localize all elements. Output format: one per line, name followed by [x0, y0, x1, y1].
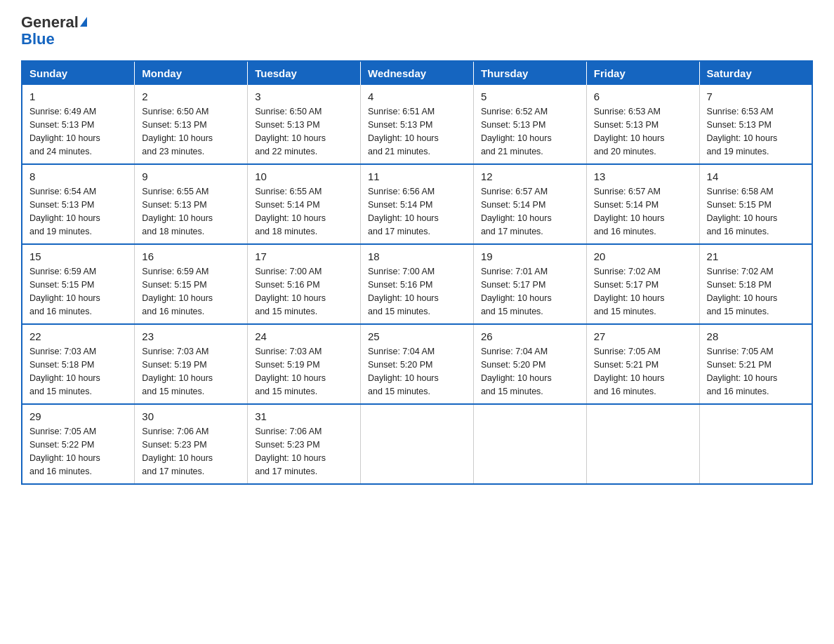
day-of-week-header: Monday — [135, 61, 248, 85]
day-of-week-header: Wednesday — [361, 61, 474, 85]
calendar-week-row: 15 Sunrise: 6:59 AM Sunset: 5:15 PM Dayl… — [22, 244, 812, 324]
calendar-week-row: 8 Sunrise: 6:54 AM Sunset: 5:13 PM Dayli… — [22, 164, 812, 244]
day-number: 24 — [255, 330, 353, 342]
calendar-header: SundayMondayTuesdayWednesdayThursdayFrid… — [22, 61, 812, 85]
calendar-day-cell: 11 Sunrise: 6:56 AM Sunset: 5:14 PM Dayl… — [361, 164, 474, 244]
logo: General Blue — [21, 14, 87, 48]
day-info: Sunrise: 6:55 AM Sunset: 5:14 PM Dayligh… — [255, 185, 353, 238]
day-info: Sunrise: 7:01 AM Sunset: 5:17 PM Dayligh… — [481, 265, 579, 318]
calendar-day-cell: 5 Sunrise: 6:52 AM Sunset: 5:13 PM Dayli… — [473, 85, 586, 164]
day-number: 16 — [142, 250, 240, 262]
day-of-week-header: Sunday — [22, 61, 135, 85]
calendar-day-cell: 29 Sunrise: 7:05 AM Sunset: 5:22 PM Dayl… — [22, 404, 135, 484]
day-info: Sunrise: 7:03 AM Sunset: 5:19 PM Dayligh… — [255, 345, 353, 398]
day-number: 9 — [142, 170, 240, 182]
day-number: 2 — [142, 90, 240, 102]
day-of-week-header: Thursday — [473, 61, 586, 85]
day-number: 27 — [594, 330, 692, 342]
day-number: 14 — [707, 170, 805, 182]
day-number: 25 — [368, 330, 466, 342]
calendar-day-cell: 13 Sunrise: 6:57 AM Sunset: 5:14 PM Dayl… — [586, 164, 699, 244]
calendar-day-cell: 7 Sunrise: 6:53 AM Sunset: 5:13 PM Dayli… — [699, 85, 812, 164]
day-info: Sunrise: 7:05 AM Sunset: 5:21 PM Dayligh… — [594, 345, 692, 398]
day-number: 18 — [368, 250, 466, 262]
day-of-week-header: Tuesday — [248, 61, 361, 85]
day-info: Sunrise: 6:55 AM Sunset: 5:13 PM Dayligh… — [142, 185, 240, 238]
day-number: 22 — [29, 330, 127, 342]
day-info: Sunrise: 6:50 AM Sunset: 5:13 PM Dayligh… — [255, 105, 353, 158]
page-header: General Blue — [21, 14, 813, 48]
day-number: 17 — [255, 250, 353, 262]
day-info: Sunrise: 6:56 AM Sunset: 5:14 PM Dayligh… — [368, 185, 466, 238]
calendar-day-cell: 4 Sunrise: 6:51 AM Sunset: 5:13 PM Dayli… — [361, 85, 474, 164]
calendar-day-cell: 26 Sunrise: 7:04 AM Sunset: 5:20 PM Dayl… — [473, 324, 586, 404]
calendar-day-cell — [473, 404, 586, 484]
calendar-day-cell: 8 Sunrise: 6:54 AM Sunset: 5:13 PM Dayli… — [22, 164, 135, 244]
day-info: Sunrise: 6:54 AM Sunset: 5:13 PM Dayligh… — [29, 185, 127, 238]
calendar-day-cell: 1 Sunrise: 6:49 AM Sunset: 5:13 PM Dayli… — [22, 85, 135, 164]
day-number: 8 — [29, 170, 127, 182]
day-info: Sunrise: 6:59 AM Sunset: 5:15 PM Dayligh… — [142, 265, 240, 318]
day-info: Sunrise: 6:53 AM Sunset: 5:13 PM Dayligh… — [707, 105, 805, 158]
day-number: 29 — [29, 410, 127, 422]
calendar-day-cell — [361, 404, 474, 484]
day-info: Sunrise: 6:51 AM Sunset: 5:13 PM Dayligh… — [368, 105, 466, 158]
day-info: Sunrise: 6:57 AM Sunset: 5:14 PM Dayligh… — [481, 185, 579, 238]
calendar-day-cell: 14 Sunrise: 6:58 AM Sunset: 5:15 PM Dayl… — [699, 164, 812, 244]
day-number: 5 — [481, 90, 579, 102]
logo-general: General — [21, 13, 79, 31]
day-info: Sunrise: 6:59 AM Sunset: 5:15 PM Dayligh… — [29, 265, 127, 318]
day-number: 23 — [142, 330, 240, 342]
day-number: 15 — [29, 250, 127, 262]
day-info: Sunrise: 7:06 AM Sunset: 5:23 PM Dayligh… — [142, 425, 240, 478]
calendar-week-row: 1 Sunrise: 6:49 AM Sunset: 5:13 PM Dayli… — [22, 85, 812, 164]
day-info: Sunrise: 7:05 AM Sunset: 5:22 PM Dayligh… — [29, 425, 127, 478]
logo-triangle-icon — [80, 17, 87, 27]
day-number: 1 — [29, 90, 127, 102]
day-number: 4 — [368, 90, 466, 102]
calendar-day-cell: 24 Sunrise: 7:03 AM Sunset: 5:19 PM Dayl… — [248, 324, 361, 404]
day-number: 28 — [707, 330, 805, 342]
calendar-day-cell: 16 Sunrise: 6:59 AM Sunset: 5:15 PM Dayl… — [135, 244, 248, 324]
calendar-day-cell: 9 Sunrise: 6:55 AM Sunset: 5:13 PM Dayli… — [135, 164, 248, 244]
day-info: Sunrise: 7:03 AM Sunset: 5:18 PM Dayligh… — [29, 345, 127, 398]
day-info: Sunrise: 7:00 AM Sunset: 5:16 PM Dayligh… — [255, 265, 353, 318]
calendar-day-cell — [586, 404, 699, 484]
day-info: Sunrise: 6:50 AM Sunset: 5:13 PM Dayligh… — [142, 105, 240, 158]
calendar-day-cell: 19 Sunrise: 7:01 AM Sunset: 5:17 PM Dayl… — [473, 244, 586, 324]
day-info: Sunrise: 7:02 AM Sunset: 5:17 PM Dayligh… — [594, 265, 692, 318]
day-number: 12 — [481, 170, 579, 182]
calendar-day-cell: 18 Sunrise: 7:00 AM Sunset: 5:16 PM Dayl… — [361, 244, 474, 324]
calendar-day-cell: 6 Sunrise: 6:53 AM Sunset: 5:13 PM Dayli… — [586, 85, 699, 164]
calendar-week-row: 29 Sunrise: 7:05 AM Sunset: 5:22 PM Dayl… — [22, 404, 812, 484]
logo-blue: Blue — [21, 30, 55, 48]
day-number: 13 — [594, 170, 692, 182]
day-info: Sunrise: 6:57 AM Sunset: 5:14 PM Dayligh… — [594, 185, 692, 238]
calendar-day-cell: 17 Sunrise: 7:00 AM Sunset: 5:16 PM Dayl… — [248, 244, 361, 324]
days-of-week-row: SundayMondayTuesdayWednesdayThursdayFrid… — [22, 61, 812, 85]
day-number: 3 — [255, 90, 353, 102]
calendar-day-cell: 22 Sunrise: 7:03 AM Sunset: 5:18 PM Dayl… — [22, 324, 135, 404]
day-number: 26 — [481, 330, 579, 342]
day-info: Sunrise: 7:06 AM Sunset: 5:23 PM Dayligh… — [255, 425, 353, 478]
calendar-day-cell: 27 Sunrise: 7:05 AM Sunset: 5:21 PM Dayl… — [586, 324, 699, 404]
day-number: 21 — [707, 250, 805, 262]
day-number: 6 — [594, 90, 692, 102]
calendar-day-cell — [699, 404, 812, 484]
day-of-week-header: Saturday — [699, 61, 812, 85]
day-number: 30 — [142, 410, 240, 422]
day-info: Sunrise: 6:49 AM Sunset: 5:13 PM Dayligh… — [29, 105, 127, 158]
calendar-day-cell: 31 Sunrise: 7:06 AM Sunset: 5:23 PM Dayl… — [248, 404, 361, 484]
calendar-day-cell: 25 Sunrise: 7:04 AM Sunset: 5:20 PM Dayl… — [361, 324, 474, 404]
day-info: Sunrise: 6:53 AM Sunset: 5:13 PM Dayligh… — [594, 105, 692, 158]
day-number: 11 — [368, 170, 466, 182]
day-info: Sunrise: 7:02 AM Sunset: 5:18 PM Dayligh… — [707, 265, 805, 318]
day-info: Sunrise: 6:52 AM Sunset: 5:13 PM Dayligh… — [481, 105, 579, 158]
calendar-day-cell: 10 Sunrise: 6:55 AM Sunset: 5:14 PM Dayl… — [248, 164, 361, 244]
day-info: Sunrise: 7:03 AM Sunset: 5:19 PM Dayligh… — [142, 345, 240, 398]
calendar-day-cell: 20 Sunrise: 7:02 AM Sunset: 5:17 PM Dayl… — [586, 244, 699, 324]
calendar-day-cell: 12 Sunrise: 6:57 AM Sunset: 5:14 PM Dayl… — [473, 164, 586, 244]
day-number: 19 — [481, 250, 579, 262]
calendar-table: SundayMondayTuesdayWednesdayThursdayFrid… — [21, 60, 813, 485]
day-number: 20 — [594, 250, 692, 262]
